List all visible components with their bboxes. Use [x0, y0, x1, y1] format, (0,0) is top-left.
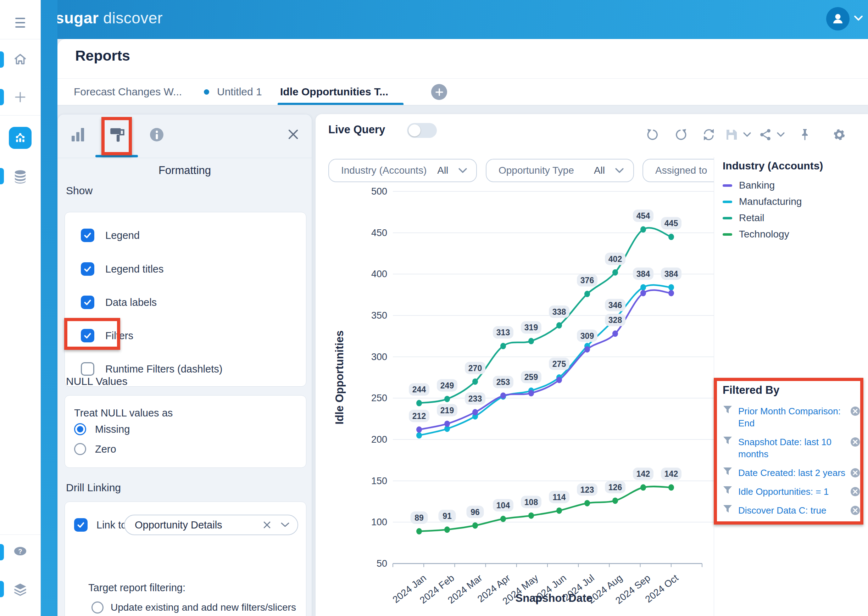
close-panel-button[interactable] [288, 129, 299, 141]
chevron-down-icon[interactable] [280, 522, 290, 528]
share-menu-chevron[interactable] [775, 128, 786, 141]
formatting-panel-header [58, 115, 312, 158]
sidebar-item-data[interactable] [0, 170, 41, 184]
target-filtering-label: Target report filtering: [88, 582, 186, 594]
svg-text:?: ? [19, 548, 22, 555]
sidebar-item-home[interactable] [0, 52, 41, 67]
missing-radio[interactable] [74, 423, 86, 435]
legend-titles-checkbox[interactable] [81, 262, 94, 276]
svg-text:275: 275 [552, 359, 566, 369]
filter-opportunity-type[interactable]: Opportunity Type All [486, 159, 634, 182]
filter-assigned-to[interactable]: Assigned to [643, 159, 714, 182]
legend-checkbox[interactable] [81, 229, 94, 242]
home-icon [13, 52, 27, 67]
svg-text:328: 328 [609, 316, 622, 325]
sidebar-divider [0, 115, 41, 116]
checkbox-row-legend[interactable]: Legend [81, 228, 140, 242]
svg-text:212: 212 [412, 412, 426, 421]
settings-gear-icon [833, 127, 846, 142]
refresh-icon [702, 128, 715, 141]
svg-text:219: 219 [440, 406, 454, 415]
close-icon [288, 129, 299, 140]
filter-label: Assigned to [655, 165, 707, 176]
legend-item-manufacturing[interactable]: Manufacturing [723, 195, 802, 209]
tab-label: Idle Opportunities T... [280, 86, 388, 98]
legend-swatch [723, 233, 732, 236]
app-screen: sugar discover [0, 0, 868, 616]
hamburger-menu-icon[interactable] [0, 17, 41, 28]
legend-label: Manufacturing [739, 196, 802, 207]
svg-text:500: 500 [371, 186, 387, 197]
checkbox-row-data-labels[interactable]: Data labels [81, 295, 157, 310]
svg-text:350: 350 [371, 310, 387, 321]
link-to-checkbox[interactable] [74, 518, 88, 532]
save-button[interactable] [725, 128, 738, 141]
sidebar-item-help[interactable]: ? [0, 546, 41, 558]
radio-row-update-existing[interactable]: Update existing and add new filters/slic… [91, 600, 296, 614]
refresh-button[interactable] [702, 128, 715, 141]
runtime-filters-checkbox[interactable] [81, 362, 94, 376]
tab-idle-opportunities[interactable]: Idle Opportunities T... [280, 79, 388, 105]
radio-row-missing[interactable]: Missing [74, 422, 130, 436]
settings-button[interactable] [833, 128, 846, 141]
zero-radio[interactable] [74, 443, 86, 455]
share-button[interactable] [759, 128, 772, 141]
sidebar-item-layers[interactable] [0, 583, 41, 596]
legend-item-technology[interactable]: Technology [723, 227, 789, 241]
chevron-down-icon [615, 168, 624, 174]
svg-text:376: 376 [580, 276, 594, 285]
redo-icon [675, 128, 687, 141]
link-to-row[interactable]: Link to [74, 518, 127, 532]
svg-text:445: 445 [665, 219, 678, 228]
svg-text:142: 142 [637, 469, 650, 478]
checkbox-label: Data labels [105, 297, 157, 308]
svg-text:300: 300 [371, 352, 387, 362]
legend-swatch [723, 184, 732, 187]
tab-untitled-1[interactable]: Untitled 1 [204, 79, 262, 105]
line-chart[interactable]: 501001502002503003504004505002024 Jan202… [316, 182, 714, 616]
tab-info[interactable] [149, 127, 165, 144]
chevron-down-icon [743, 132, 752, 138]
checkbox-label: Runtime Filters (dashlets) [105, 363, 222, 375]
user-menu-chevron-icon[interactable] [854, 15, 863, 23]
svg-text:200: 200 [371, 434, 387, 445]
radio-label: Zero [95, 443, 116, 455]
svg-text:123: 123 [580, 485, 594, 494]
app-logo: sugar discover [55, 9, 163, 27]
formatting-panel: Formatting Show Legend Legend titles Dat… [57, 114, 312, 616]
tab-chart-settings[interactable] [71, 127, 86, 144]
redo-button[interactable] [675, 128, 688, 141]
data-labels-checkbox[interactable] [81, 295, 94, 309]
sidebar-item-reports-active[interactable] [9, 127, 31, 149]
formatting-title: Formatting [58, 164, 312, 177]
add-tab-button[interactable] [431, 84, 447, 100]
legend-label: Retail [739, 212, 764, 224]
link-target-combobox[interactable]: Opportunity Details [124, 515, 298, 535]
radio-row-zero[interactable]: Zero [74, 442, 116, 456]
sidebar-item-new[interactable] [0, 91, 41, 104]
svg-text:104: 104 [496, 501, 510, 510]
legend-item-retail[interactable]: Retail [723, 211, 764, 225]
undo-button[interactable] [646, 128, 659, 141]
svg-text:400: 400 [371, 269, 387, 279]
tab-label: Untitled 1 [217, 86, 262, 98]
user-avatar[interactable] [826, 7, 849, 30]
checkbox-label: Legend titles [105, 263, 164, 275]
svg-text:384: 384 [637, 269, 650, 278]
live-query-toggle[interactable] [407, 123, 437, 138]
update-existing-radio[interactable] [91, 602, 104, 613]
checkbox-row-legend-titles[interactable]: Legend titles [81, 262, 164, 276]
undo-icon [646, 128, 659, 141]
chart-card: Live Query [316, 114, 868, 616]
svg-text:450: 450 [371, 228, 387, 238]
link-to-label: Link to [96, 519, 127, 531]
svg-text:253: 253 [496, 377, 510, 387]
clear-icon[interactable] [263, 521, 271, 529]
pin-button[interactable] [798, 128, 811, 141]
filter-industry-accounts[interactable]: Industry (Accounts) All [328, 159, 477, 182]
legend-item-banking[interactable]: Banking [723, 178, 775, 192]
svg-text:402: 402 [609, 255, 622, 264]
save-menu-chevron[interactable] [742, 128, 752, 141]
tab-forecast-changes[interactable]: Forecast Changes W... [74, 79, 182, 105]
checkbox-row-runtime-filters[interactable]: Runtime Filters (dashlets) [81, 362, 222, 376]
